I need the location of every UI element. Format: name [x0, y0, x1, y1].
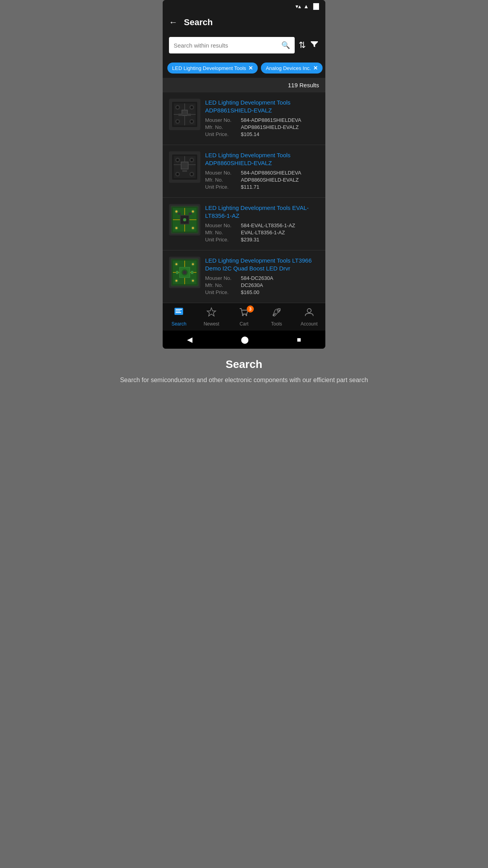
mouser-value-2: 584-ADP8860SHIELDEVA — [241, 170, 301, 176]
mfr-label-1: Mfr. No. — [205, 124, 238, 130]
product-details-3: LED Lighting Development Tools EVAL-LT83… — [205, 204, 319, 244]
product-image-3 — [169, 204, 200, 235]
filter-chip-analog[interactable]: Analog Devices Inc. ✕ — [261, 63, 323, 74]
search-input-wrapper: 🔍 — [169, 37, 295, 53]
android-recents-button[interactable]: ■ — [297, 336, 301, 344]
svg-point-84 — [307, 309, 311, 313]
mouser-value-1: 584-ADP8861SHIELDEVA — [241, 117, 301, 123]
mfr-value-3: EVAL-LT8356-1-AZ — [241, 230, 285, 235]
svg-point-53 — [183, 218, 186, 221]
chip-analog-remove[interactable]: ✕ — [313, 65, 318, 71]
product-details-2: LED Lighting Development Tools ADP8860SH… — [205, 151, 319, 191]
svg-point-62 — [192, 263, 194, 265]
price-label-1: Unit Price. — [205, 131, 238, 137]
sort-button[interactable]: ⇅ — [299, 40, 306, 50]
svg-rect-79 — [176, 311, 180, 311]
mouser-value-3: 584-EVAL-LT8356-1-AZ — [241, 223, 295, 228]
svg-point-23 — [176, 159, 179, 161]
product-image-4 — [169, 257, 200, 288]
nav-search-label: Search — [171, 321, 186, 327]
search-submit-button[interactable]: 🔍 — [281, 41, 290, 50]
table-row[interactable]: LED Lighting Development Tools LT3966 De… — [163, 250, 325, 303]
tools-nav-icon — [272, 307, 282, 320]
svg-point-10 — [191, 120, 193, 123]
price-value-3: $239.31 — [241, 237, 259, 243]
svg-point-82 — [242, 314, 244, 316]
nav-newest-label: Newest — [204, 321, 219, 327]
header: ← Search — [163, 13, 325, 32]
android-back-button[interactable]: ◀ — [187, 335, 193, 344]
mouser-label-1: Mouser No. — [205, 117, 238, 123]
mfr-value-4: DC2630A — [241, 282, 263, 288]
price-label-3: Unit Price. — [205, 237, 238, 243]
nav-item-account[interactable]: Account — [295, 307, 323, 327]
status-bar: ▾▴ ▲ ▐█ — [163, 0, 325, 13]
svg-rect-13 — [178, 114, 182, 116]
svg-point-27 — [176, 173, 179, 175]
svg-rect-32 — [182, 170, 187, 172]
mouser-label-3: Mouser No. — [205, 223, 238, 228]
product-name-2: LED Lighting Development Tools ADP8860SH… — [205, 151, 319, 167]
filter-button[interactable] — [310, 39, 319, 51]
mfr-label-3: Mfr. No. — [205, 230, 238, 235]
svg-point-8 — [176, 120, 179, 123]
chip-led-remove[interactable]: ✕ — [248, 65, 253, 71]
table-row[interactable]: LED Lighting Development Tools ADP8861SH… — [163, 92, 325, 145]
mouser-label-2: Mouser No. — [205, 170, 238, 176]
price-value-4: $165.00 — [241, 289, 259, 295]
table-row[interactable]: LED Lighting Development Tools EVAL-LT83… — [163, 198, 325, 250]
nav-item-tools[interactable]: Tools — [263, 307, 290, 327]
svg-rect-78 — [176, 309, 182, 310]
mfr-value-1: ADP8861SHIELD-EVALZ — [241, 124, 299, 130]
product-list: LED Lighting Development Tools ADP8861SH… — [163, 92, 325, 303]
below-phone-title: Search — [120, 358, 368, 371]
search-bar-row: 🔍 ⇅ — [163, 32, 325, 58]
svg-rect-80 — [176, 312, 181, 313]
svg-point-29 — [191, 173, 193, 175]
mfr-label-4: Mfr. No. — [205, 282, 238, 288]
nav-tools-label: Tools — [271, 321, 282, 327]
nav-item-search[interactable]: Search — [165, 307, 193, 327]
svg-rect-54 — [178, 213, 181, 215]
svg-rect-55 — [189, 213, 192, 215]
product-details-4: LED Lighting Development Tools LT3966 De… — [205, 257, 319, 296]
svg-point-66 — [192, 280, 194, 282]
svg-point-25 — [191, 159, 193, 161]
nav-item-cart[interactable]: 3 Cart — [230, 307, 258, 327]
mouser-value-4: 584-DC2630A — [241, 275, 273, 281]
account-nav-icon — [304, 307, 314, 320]
chip-analog-label: Analog Devices Inc. — [266, 65, 311, 71]
svg-rect-31 — [182, 162, 188, 169]
product-image-1 — [169, 99, 200, 130]
product-name-3: LED Lighting Development Tools EVAL-LT83… — [205, 204, 319, 219]
results-count: 119 Results — [288, 82, 319, 88]
back-button[interactable]: ← — [169, 17, 178, 28]
results-header: 119 Results — [163, 78, 325, 92]
svg-point-70 — [183, 270, 187, 274]
svg-rect-14 — [187, 114, 191, 116]
wifi-icon: ▾▴ — [295, 3, 301, 9]
svg-point-60 — [176, 263, 178, 265]
below-phone-section: Search Search for semiconductors and oth… — [104, 358, 383, 401]
mfr-label-2: Mfr. No. — [205, 177, 238, 183]
svg-point-40 — [176, 211, 178, 213]
android-nav-bar: ◀ ⬤ ■ — [163, 331, 325, 349]
below-phone-description: Search for semiconductors and other elec… — [120, 375, 368, 385]
product-details-1: LED Lighting Development Tools ADP8861SH… — [205, 99, 319, 138]
price-label-2: Unit Price. — [205, 184, 238, 190]
android-home-button[interactable]: ⬤ — [241, 335, 249, 344]
signal-icon: ▲ — [303, 3, 309, 9]
nav-item-newest[interactable]: Newest — [198, 307, 225, 327]
table-row[interactable]: LED Lighting Development Tools ADP8860SH… — [163, 145, 325, 198]
svg-rect-75 — [176, 271, 178, 274]
search-nav-icon — [174, 307, 184, 320]
bottom-nav: Search Newest 3 Cart — [163, 303, 325, 331]
filter-chip-led[interactable]: LED Lighting Development Tools ✕ — [167, 63, 258, 74]
search-input[interactable] — [174, 42, 281, 49]
star-nav-icon — [206, 307, 216, 320]
product-name-4: LED Lighting Development Tools LT3966 De… — [205, 257, 319, 272]
cart-badge: 3 — [247, 305, 254, 313]
svg-point-4 — [176, 106, 179, 108]
page-title: Search — [184, 17, 213, 28]
svg-point-64 — [176, 280, 178, 282]
